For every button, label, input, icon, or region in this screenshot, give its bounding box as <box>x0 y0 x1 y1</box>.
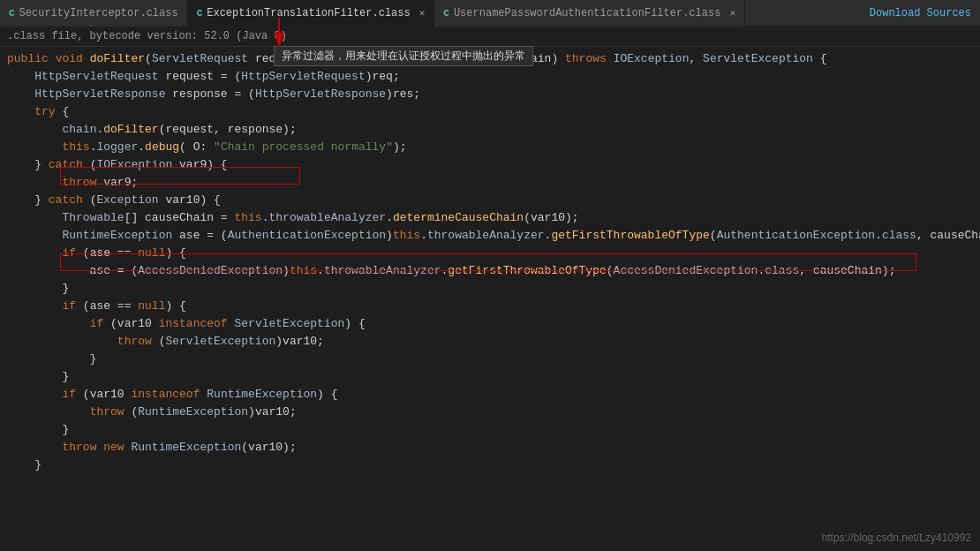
code-line-21: } <box>0 351 980 368</box>
watermark: https://blog.csdn.net/Lzy410992 <box>822 532 971 544</box>
code-line-22: } <box>0 368 980 386</box>
code-line-29: } <box>0 457 980 474</box>
code-line-12: Throwable[] causeChain = this.throwableA… <box>0 209 980 227</box>
code-line-26: } <box>0 421 980 439</box>
tab-label-3: UsernamePasswordAuthenticationFilter.cla… <box>454 7 720 19</box>
code-line-3: HttpServletRequest request = (HttpServle… <box>0 68 980 86</box>
code-line-15: ase = (AccessDeniedException)this.throwa… <box>0 262 980 280</box>
download-sources-link[interactable]: Download Sources <box>870 7 971 19</box>
code-line-9: } catch (IOException var9) { <box>0 156 980 174</box>
code-line-19: if (var10 instanceof ServletException) { <box>0 315 980 333</box>
code-line-6: try { <box>0 103 980 121</box>
code-line-25: throw (RuntimeException)var10; <box>0 404 980 421</box>
tab-close-3[interactable]: ✕ <box>729 7 735 19</box>
code-line-24: if (var10 instanceof RuntimeException) { <box>0 386 980 404</box>
code-line-18: if (ase == null) { <box>0 298 980 315</box>
code-line-7: chain.doFilter(request, response); <box>0 121 980 139</box>
tab-icon-3: C <box>443 8 449 19</box>
info-bar: .class file, bytecode version: 52.0 (Jav… <box>0 26 980 47</box>
code-line-14: if (ase == null) { <box>0 245 980 262</box>
code-line-8: this.logger.debug( O: "Chain processed n… <box>0 139 980 156</box>
code-line-4: HttpServletResponse response = (HttpServ… <box>0 86 980 103</box>
code-line-11: } catch (Exception var10) { <box>0 192 980 209</box>
tab-icon-2: C <box>197 8 203 19</box>
tab-close-2[interactable]: ✕ <box>419 7 426 19</box>
code-line-10: throw var9; <box>0 174 980 192</box>
code-area: public void doFilter(ServletRequest req,… <box>0 47 980 478</box>
info-bar-text: .class file, bytecode version: 52.0 (Jav… <box>7 30 287 42</box>
tab-bar: C SecurityInterceptor.class C ExceptionT… <box>0 0 980 26</box>
code-line-28: throw new RuntimeException(var10); <box>0 439 980 457</box>
tab-icon-1: C <box>9 8 15 19</box>
code-line-16: } <box>0 280 980 298</box>
annotation-tooltip: 异常过滤器，用来处理在认证授权过程中抛出的异常 <box>274 46 533 66</box>
tab-security-interceptor[interactable]: C SecurityInterceptor.class <box>0 0 188 26</box>
annotation-text: 异常过滤器，用来处理在认证授权过程中抛出的异常 <box>282 50 525 63</box>
tab-label-1: SecurityInterceptor.class <box>19 7 178 19</box>
tab-username-filter[interactable]: C UsernamePasswordAuthenticationFilter.c… <box>434 0 745 26</box>
code-line-13: RuntimeException ase = (AuthenticationEx… <box>0 227 980 245</box>
code-line-20: throw (ServletException)var10; <box>0 333 980 351</box>
